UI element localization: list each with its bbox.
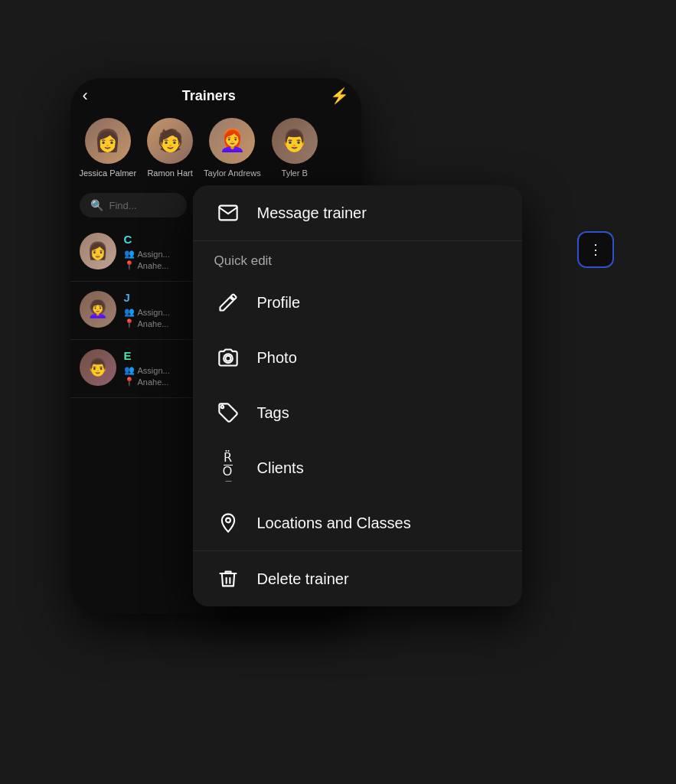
assign-icon-1: 👥 bbox=[124, 249, 135, 259]
quick-edit-label: Quick edit bbox=[193, 241, 522, 275]
bolt-icon[interactable]: ⚡ bbox=[330, 87, 349, 105]
clients-icon: R̈ O — bbox=[214, 454, 242, 482]
trainer-item-ramon[interactable]: 🧑 Ramon Hart bbox=[142, 118, 198, 178]
trainer-name-taylor: Taylor Andrews bbox=[204, 168, 261, 178]
camera-icon bbox=[214, 344, 242, 371]
list-avatar-1: 👩 bbox=[80, 233, 116, 270]
avatar-emoji-ramon: 🧑 bbox=[157, 130, 184, 152]
trainer-item-tyler[interactable]: 👨 Tyler B bbox=[267, 118, 322, 178]
list-avatar-3: 👨 bbox=[80, 349, 116, 386]
trainer-name-jessica: Jessica Palmer bbox=[80, 168, 137, 178]
context-menu: Message trainer Quick edit Profile Photo bbox=[193, 185, 522, 606]
more-button[interactable]: ⋮ bbox=[577, 231, 614, 268]
pencil-icon bbox=[214, 289, 242, 316]
location-icon-1: 📍 bbox=[124, 260, 135, 270]
menu-item-photo[interactable]: Photo bbox=[193, 330, 522, 385]
search-icon: 🔍 bbox=[90, 199, 103, 211]
menu-item-tags[interactable]: Tags bbox=[193, 385, 522, 440]
avatar-ramon: 🧑 bbox=[147, 118, 193, 164]
menu-item-clients[interactable]: R̈ O — Clients bbox=[193, 440, 522, 495]
message-trainer-label: Message trainer bbox=[257, 204, 367, 222]
top-bar: ‹ Trainers ⚡ bbox=[70, 78, 361, 118]
location-icon-3: 📍 bbox=[124, 377, 135, 387]
more-dots-icon: ⋮ bbox=[589, 241, 602, 258]
trainer-item-taylor[interactable]: 👩‍🦰 Taylor Andrews bbox=[204, 118, 261, 178]
profile-label: Profile bbox=[257, 294, 301, 312]
trainer-name-ramon: Ramon Hart bbox=[147, 168, 192, 178]
clients-label: Clients bbox=[257, 459, 304, 477]
locations-label: Locations and Classes bbox=[257, 514, 411, 532]
message-icon bbox=[214, 199, 242, 227]
list-avatar-2: 👩‍🦱 bbox=[80, 291, 116, 328]
page-title: Trainers bbox=[182, 88, 236, 104]
delete-trainer-label: Delete trainer bbox=[257, 570, 349, 588]
trainer-name-tyler: Tyler B bbox=[282, 168, 308, 178]
menu-item-message-trainer[interactable]: Message trainer bbox=[193, 185, 522, 240]
menu-item-delete[interactable]: Delete trainer bbox=[193, 551, 522, 606]
search-bar[interactable]: 🔍 Find... bbox=[80, 193, 187, 217]
svg-point-8 bbox=[225, 356, 230, 361]
location-icon-2: 📍 bbox=[124, 318, 135, 328]
assign-icon-3: 👥 bbox=[124, 365, 135, 375]
avatar-taylor: 👩‍🦰 bbox=[209, 118, 255, 164]
menu-item-locations[interactable]: Locations and Classes bbox=[193, 495, 522, 550]
avatar-emoji-tyler: 👨 bbox=[281, 130, 308, 152]
menu-item-profile[interactable]: Profile bbox=[193, 275, 522, 330]
search-placeholder: Find... bbox=[109, 200, 137, 211]
assign-icon-2: 👥 bbox=[124, 307, 135, 317]
avatar-jessica: 👩 bbox=[85, 118, 131, 164]
trainers-row: 👩 Jessica Palmer 🧑 Ramon Hart 👩‍🦰 Taylor… bbox=[70, 118, 361, 190]
photo-label: Photo bbox=[257, 349, 297, 367]
trainer-item-jessica[interactable]: 👩 Jessica Palmer bbox=[80, 118, 137, 178]
avatar-emoji-jessica: 👩 bbox=[94, 130, 121, 152]
avatar-tyler: 👨 bbox=[272, 118, 318, 164]
location-icon bbox=[214, 509, 242, 537]
trash-icon bbox=[214, 565, 242, 593]
tags-label: Tags bbox=[257, 404, 289, 422]
avatar-emoji-taylor: 👩‍🦰 bbox=[219, 130, 246, 152]
tag-icon bbox=[214, 399, 242, 426]
back-button[interactable]: ‹ bbox=[83, 86, 88, 106]
